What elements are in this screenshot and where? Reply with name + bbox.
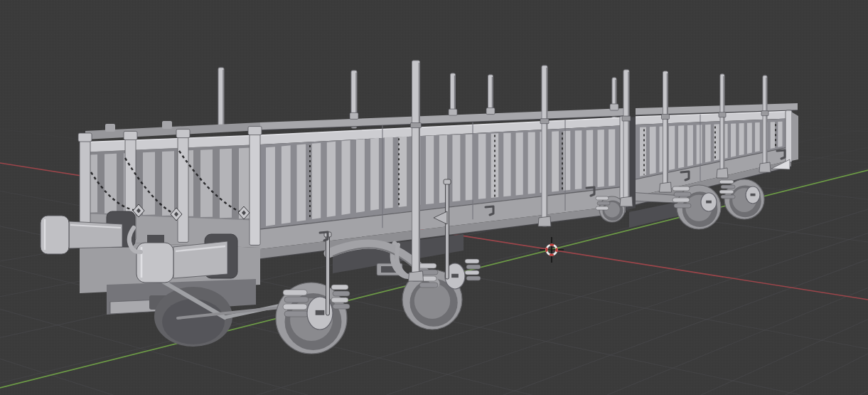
blender-3d-viewport[interactable]: Two light-gray low-sided railway flat wa… <box>0 0 868 395</box>
viewport-canvas[interactable] <box>0 0 868 395</box>
